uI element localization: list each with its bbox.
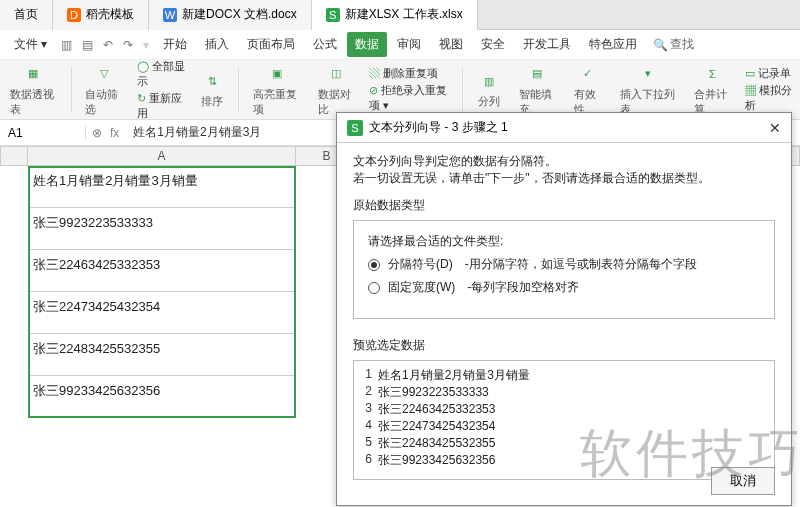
radio-icon bbox=[368, 282, 380, 294]
redo-icon[interactable]: ↷ bbox=[119, 38, 137, 52]
name-box[interactable]: A1 bbox=[0, 126, 86, 140]
split-icon: ▥ bbox=[477, 70, 501, 92]
undo-icon[interactable]: ↶ bbox=[99, 38, 117, 52]
preview-row: 1姓名1月销量2月销量3月销量 bbox=[360, 367, 768, 384]
cell[interactable]: 张三22473425432354 bbox=[28, 292, 296, 334]
menu-devtools[interactable]: 开发工具 bbox=[515, 32, 579, 57]
preview-label: 预览选定数据 bbox=[353, 337, 775, 354]
dialog-titlebar[interactable]: S 文本分列向导 - 3 步骤之 1 ✕ bbox=[337, 113, 791, 143]
menu-security[interactable]: 安全 bbox=[473, 32, 513, 57]
consolidate-icon: Σ bbox=[700, 63, 724, 85]
autofilter-button[interactable]: ▽自动筛选 bbox=[81, 63, 126, 117]
type-groupbox: 请选择最合适的文件类型: 分隔符号(D) -用分隔字符，如逗号或制表符分隔每个字… bbox=[353, 220, 775, 319]
dialog-title: 文本分列向导 - 3 步骤之 1 bbox=[369, 119, 508, 136]
highlight-icon: ▣ bbox=[265, 63, 289, 85]
preview-row: 3张三22463425332353 bbox=[360, 401, 768, 418]
file-menu[interactable]: 文件 ▾ bbox=[6, 32, 55, 57]
word-icon: W bbox=[163, 8, 177, 22]
validity-button[interactable]: ✓有效性 bbox=[570, 63, 606, 117]
toolbar-sep: ▾ bbox=[139, 38, 153, 52]
tab-label: 稻壳模板 bbox=[86, 6, 134, 23]
cancel-button[interactable]: 取消 bbox=[711, 467, 775, 495]
reject-icon: ⊘ bbox=[369, 84, 378, 96]
col-header-a[interactable]: A bbox=[28, 146, 296, 166]
reshow-button[interactable]: ↻ 重新应用 bbox=[137, 91, 187, 121]
text-to-columns-dialog: S 文本分列向导 - 3 步骤之 1 ✕ 文本分列向导判定您的数据有分隔符。 若… bbox=[336, 112, 792, 506]
fill-icon: ▤ bbox=[525, 63, 549, 85]
cell[interactable]: 张三9923223533333 bbox=[28, 208, 296, 250]
dropdown-button[interactable]: ▾插入下拉列表 bbox=[616, 63, 680, 117]
cells-area[interactable]: 姓名1月销量2月销量3月销量 张三9923223533333 张三2246342… bbox=[28, 166, 296, 418]
menu-start[interactable]: 开始 bbox=[155, 32, 195, 57]
fx-cancel-icon[interactable]: ⊗ bbox=[92, 126, 102, 140]
highlight-button[interactable]: ▣高亮重复项 bbox=[249, 63, 304, 117]
group-label: 原始数据类型 bbox=[353, 197, 775, 214]
extra-group: ▭ 记录单 ▦ 模拟分析 bbox=[745, 66, 794, 113]
delete-icon: ▧ bbox=[369, 67, 380, 79]
menu-special[interactable]: 特色应用 bbox=[581, 32, 645, 57]
fx-icon[interactable]: fx bbox=[110, 126, 119, 140]
choose-label: 请选择最合适的文件类型: bbox=[368, 233, 760, 250]
find-button[interactable]: 🔍查找 bbox=[653, 36, 694, 53]
menu-insert[interactable]: 插入 bbox=[197, 32, 237, 57]
compare-button[interactable]: ◫数据对比 bbox=[314, 63, 359, 117]
consolidate-button[interactable]: Σ合并计算 bbox=[690, 63, 735, 117]
ribbon: ▦数据透视表 ▽自动筛选 ◯ 全部显示 ↻ 重新应用 ⇅排序 ▣高亮重复项 ◫数… bbox=[0, 60, 800, 120]
cell[interactable]: 张三99233425632356 bbox=[28, 376, 296, 418]
sort-icon: ⇅ bbox=[200, 70, 224, 92]
showall-button[interactable]: ◯ 全部显示 bbox=[137, 59, 187, 89]
validity-icon: ✓ bbox=[576, 63, 600, 85]
menu-bar: 文件 ▾ ▥ ▤ ↶ ↷ ▾ 开始 插入 页面布局 公式 数据 审阅 视图 安全… bbox=[0, 30, 800, 60]
preview-row: 2张三9923223533333 bbox=[360, 384, 768, 401]
menu-formula[interactable]: 公式 bbox=[305, 32, 345, 57]
intro-text: 文本分列向导判定您的数据有分隔符。 bbox=[353, 153, 775, 170]
showall-icon: ◯ bbox=[137, 60, 149, 72]
deldup-button[interactable]: ▧ 删除重复项 bbox=[369, 66, 452, 81]
dialog-body: 文本分列向导判定您的数据有分隔符。 若一切设置无误，请单击"下一步"，否则请选择… bbox=[337, 143, 791, 490]
tab-templates[interactable]: D稻壳模板 bbox=[53, 0, 149, 30]
toolbar-icon[interactable]: ▥ bbox=[57, 38, 76, 52]
menu-view[interactable]: 视图 bbox=[431, 32, 471, 57]
pivot-button[interactable]: ▦数据透视表 bbox=[6, 63, 61, 117]
tab-home[interactable]: 首页 bbox=[0, 0, 53, 30]
fill-button[interactable]: ▤智能填充 bbox=[515, 63, 560, 117]
ribbon-sep bbox=[238, 67, 239, 113]
select-all-corner[interactable] bbox=[0, 146, 28, 166]
formula-icons: ⊗ fx bbox=[86, 126, 125, 140]
record-button[interactable]: ▭ 记录单 bbox=[745, 66, 794, 81]
cell[interactable]: 姓名1月销量2月销量3月销量 bbox=[28, 166, 296, 208]
spreadsheet-icon: S bbox=[326, 8, 340, 22]
cell[interactable]: 张三22483425532355 bbox=[28, 334, 296, 376]
radio-icon bbox=[368, 259, 380, 271]
preview-box: 1姓名1月销量2月销量3月销量 2张三9923223533333 3张三2246… bbox=[353, 360, 775, 480]
preview-row: 6张三99233425632356 bbox=[360, 452, 768, 469]
compare-icon: ◫ bbox=[324, 63, 348, 85]
dropdown-icon: ▾ bbox=[636, 63, 660, 85]
sort-button[interactable]: ⇅排序 bbox=[196, 70, 228, 109]
analysis-icon: ▦ bbox=[745, 84, 756, 96]
split-button[interactable]: ▥分列 bbox=[473, 70, 505, 109]
pivot-icon: ▦ bbox=[21, 63, 45, 85]
tab-docx[interactable]: W新建DOCX 文档.docx bbox=[149, 0, 312, 30]
search-icon: 🔍 bbox=[653, 38, 668, 52]
tab-label: 新建XLSX 工作表.xlsx bbox=[345, 6, 463, 23]
radio-delimited[interactable]: 分隔符号(D) -用分隔字符，如逗号或制表符分隔每个字段 bbox=[368, 256, 760, 273]
menu-data[interactable]: 数据 bbox=[347, 32, 387, 57]
menu-review[interactable]: 审阅 bbox=[389, 32, 429, 57]
radio-fixed[interactable]: 固定宽度(W) -每列字段加空格对齐 bbox=[368, 279, 760, 296]
dialog-footer: 取消 bbox=[711, 467, 775, 495]
tab-xlsx[interactable]: S新建XLSX 工作表.xlsx bbox=[312, 0, 478, 30]
preview-row: 5张三22483425532355 bbox=[360, 435, 768, 452]
template-icon: D bbox=[67, 8, 81, 22]
cell[interactable]: 张三22463425332353 bbox=[28, 250, 296, 292]
filter-icon: ▽ bbox=[92, 63, 116, 85]
analysis-button[interactable]: ▦ 模拟分析 bbox=[745, 83, 794, 113]
reject-button[interactable]: ⊘ 拒绝录入重复项 ▾ bbox=[369, 83, 452, 113]
toolbar-icon[interactable]: ▤ bbox=[78, 38, 97, 52]
record-icon: ▭ bbox=[745, 67, 755, 79]
close-icon[interactable]: ✕ bbox=[769, 120, 781, 136]
tab-label: 新建DOCX 文档.docx bbox=[182, 6, 297, 23]
dup-group: ▧ 删除重复项 ⊘ 拒绝录入重复项 ▾ bbox=[369, 66, 452, 113]
refresh-icon: ↻ bbox=[137, 92, 146, 104]
menu-layout[interactable]: 页面布局 bbox=[239, 32, 303, 57]
